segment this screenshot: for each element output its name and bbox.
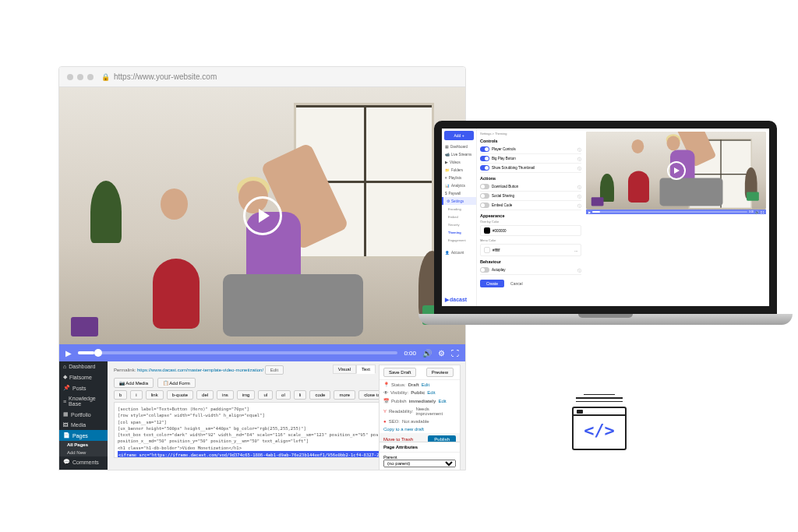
wp-parent-select[interactable]: (no parent) [383,460,456,467]
settings-icon[interactable]: ⚙ [438,349,445,358]
wp-visibility-edit[interactable]: Edit [427,390,435,395]
wp-tb-i[interactable]: i [130,390,142,400]
dc-add-button[interactable]: Add + [444,131,474,140]
dc-cancel-button[interactable]: Cancel [507,280,526,287]
wp-editor-area: Permalink: https://www.dacast.com/master… [108,361,465,470]
dc-nav-security[interactable]: Security [442,220,476,228]
dc-scrubbing-toggle[interactable] [480,165,489,171]
dc-autoplay-toggle[interactable] [480,267,489,273]
video-player-area[interactable] [59,87,465,344]
dc-overlay-label: Overlay Color [480,220,581,224]
preview-play-icon[interactable]: ▶ [588,210,591,214]
dc-nav-analytics[interactable]: 📊Analytics [442,181,476,189]
preview-fullscreen-icon[interactable]: ⛶ [761,210,764,214]
dc-nav-dashboard[interactable]: ▦Dashboard [442,143,476,150]
wp-tb-ins[interactable]: ins [217,390,234,400]
wp-menu-dashboard[interactable]: ⌂Dashboard [59,361,108,372]
wp-tb-del[interactable]: del [196,390,214,400]
wp-menu-flatsome[interactable]: ◆Flatsome [59,372,108,382]
dc-controls-title: Controls [480,139,581,143]
dc-player-controls-row: Player Controls ⓘ [480,145,581,154]
wp-menu-knowledge[interactable]: ≡Knowledge Base [59,393,108,409]
wp-preview-button[interactable]: Preview [426,368,454,377]
wp-add-form-button[interactable]: 📋 Add Form [157,378,196,388]
dc-nav-playlists[interactable]: ≡Playlists [442,174,476,181]
dc-nav-embed[interactable]: Embed [442,213,476,220]
wp-schedule-edit[interactable]: Edit [438,399,446,403]
preview-volume-icon[interactable]: 🔊 [755,210,759,214]
dc-nav-folders[interactable]: 📁Folders [442,166,476,174]
wp-status-edit[interactable]: Edit [422,382,429,387]
progress-track[interactable] [78,351,397,354]
fullscreen-icon[interactable]: ⛶ [451,349,459,358]
wp-readability-row: YReadability: Needs improvement [380,405,460,417]
dc-player-controls-toggle[interactable] [480,146,489,152]
wp-tb-code[interactable]: code [309,390,330,400]
dc-nav-theming[interactable]: Theming [442,228,476,236]
wp-menu-pages[interactable]: 📄Pages [59,430,108,441]
wp-add-media-button[interactable]: 📷 Add Media [114,378,154,388]
preview-progress-track[interactable] [592,211,747,213]
wp-permalink-url[interactable]: https://www.dacast.com/master-template-v… [137,368,263,372]
wp-tb-li[interactable]: li [294,390,307,400]
play-button[interactable] [243,196,282,235]
wp-tb-link[interactable]: link [146,390,164,400]
info-icon[interactable]: ⓘ [577,194,581,199]
play-pause-icon[interactable]: ▶ [65,349,72,358]
info-icon[interactable]: ⓘ [577,203,581,208]
dc-big-play-toggle[interactable] [480,156,489,161]
dc-create-button[interactable]: Create [480,280,504,287]
dc-embed-toggle[interactable] [480,203,489,208]
dc-nav-paywall[interactable]: $Paywall [442,189,476,197]
wp-submenu-allpages[interactable]: All Pages [63,441,108,449]
dc-nav-livestreams[interactable]: 📹Live Streams [442,150,476,158]
dc-nav-encoding[interactable]: Encoding [442,205,476,213]
info-icon[interactable]: ⓘ [577,268,581,273]
wp-visibility-row: 👁Visibility: Public Edit [380,389,460,396]
wp-permalink-edit[interactable]: Edit [265,365,284,375]
more-icon[interactable]: ... [574,248,577,252]
close-dot-icon[interactable] [67,74,73,80]
volume-icon[interactable]: 🔊 [422,349,432,358]
dc-nav-videos[interactable]: ▶Videos [442,158,476,166]
paywall-icon: $ [445,192,447,196]
maximize-dot-icon[interactable] [87,74,94,80]
wp-submenu-addnew[interactable]: Add New [63,449,108,456]
wp-tb-img[interactable]: img [237,390,256,400]
wp-copy-draft-link[interactable]: Copy to a new draft [383,427,424,432]
wp-tb-quote[interactable]: b-quote [167,390,193,400]
dc-nav-settings[interactable]: ⚙Settings [442,197,476,205]
dc-download-toggle[interactable] [480,184,489,189]
wp-menu-posts[interactable]: 📌Posts [59,382,108,393]
info-icon[interactable]: ⓘ [577,166,581,171]
wp-tb-ol[interactable]: ol [276,390,291,400]
minimize-dot-icon[interactable] [77,74,83,80]
dc-preview-video[interactable] [586,132,766,210]
dc-overlay-color-row[interactable]: #000000 [480,225,581,236]
dc-nav-engagement[interactable]: Engagement [442,236,476,244]
wp-tb-more[interactable]: more [334,390,355,400]
info-icon[interactable]: ⓘ [577,157,581,161]
wp-status-row: 📍Status: Draft Edit [380,380,460,389]
wp-save-draft-button[interactable]: Save Draft [383,368,416,377]
dc-nav-account[interactable]: 👤Account [442,248,476,256]
dacast-app: Add + ▦Dashboard 📹Live Streams ▶Videos 📁… [442,129,769,306]
wp-menu-uxblocks[interactable]: ▣UX Blocks [59,467,108,470]
dc-menu-color-row[interactable]: #ffffff ... [480,244,581,256]
portfolio-icon: ▦ [63,411,69,417]
info-icon[interactable]: ⓘ [577,147,581,152]
wp-menu-portfolio[interactable]: ▦Portfolio [59,409,108,420]
dc-preview-play-button[interactable] [667,161,686,180]
wp-tb-b[interactable]: b [114,390,127,400]
wp-tab-visual[interactable]: Visual [333,365,356,374]
wp-tb-ul[interactable]: ul [258,390,273,400]
embed-code-illustration: </> [568,394,630,451]
wp-menu-comments[interactable]: 💬Comments [59,456,108,467]
info-icon[interactable]: ⓘ [577,185,581,189]
wp-tab-text[interactable]: Text [356,365,376,374]
url-bar[interactable]: 🔒 https://www.your-website.com [101,72,457,81]
dc-settings-panel: Settings > Theming Controls Player Contr… [480,132,581,303]
dc-social-toggle[interactable] [480,193,489,199]
progress-thumb[interactable] [94,349,102,357]
wp-menu-media[interactable]: 🖼Media [59,420,108,430]
